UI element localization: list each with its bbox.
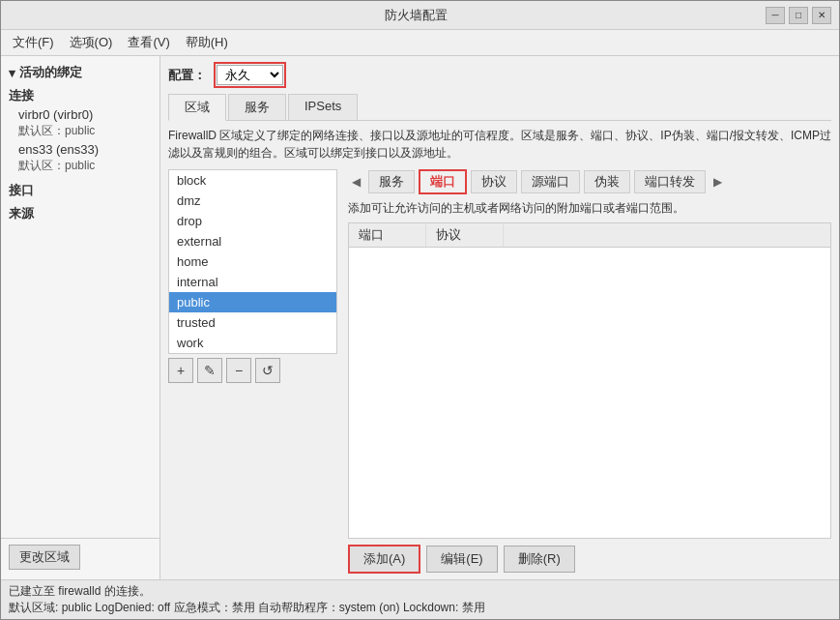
menubar: 文件(F) 选项(O) 查看(V) 帮助(H) xyxy=(1,30,839,56)
tabs: 区域 服务 IPSets xyxy=(168,94,831,121)
port-table-header: 端口 协议 xyxy=(349,223,830,248)
config-select-wrap: 运行时 永久 xyxy=(214,62,286,88)
menu-help[interactable]: 帮助(H) xyxy=(178,32,236,53)
main-content: ▾ 活动的绑定 连接 virbr0 (virbr0) 默认区：public en… xyxy=(1,56,839,579)
title-bar: 防火墙配置 ─ □ ✕ xyxy=(1,1,839,30)
zone-right: ◀ 服务 端口 协议 源端口 伪装 端口转发 ▶ 添加可让允许访问的主机或者网络… xyxy=(348,169,831,574)
config-select[interactable]: 运行时 永久 xyxy=(217,65,283,85)
status-bar: 已建立至 firewalld 的连接。 默认区域: public LogDeni… xyxy=(1,579,839,619)
tab-ipsets[interactable]: IPSets xyxy=(288,94,358,120)
zone-nav-tab-source-ports[interactable]: 源端口 xyxy=(521,170,580,193)
tab-zones[interactable]: 区域 xyxy=(168,94,226,121)
right-panel: 配置： 运行时 永久 区域 服务 IPSets FirewallD 区域定义了绑… xyxy=(160,56,839,579)
zone-item-block[interactable]: block xyxy=(169,170,336,191)
zone-nav-left-arrow[interactable]: ◀ xyxy=(348,173,364,191)
sidebar-group-interface: 接口 xyxy=(9,182,152,199)
zone-list-section: block dmz drop external home internal pu… xyxy=(168,169,340,574)
minus-icon: − xyxy=(235,363,243,378)
zone-nav-tab-ports[interactable]: 端口 xyxy=(419,169,467,194)
zone-nav-tab-port-forward[interactable]: 端口转发 xyxy=(634,170,706,193)
zone-edit-icon-button[interactable]: ✎ xyxy=(197,358,222,383)
sidebar: ▾ 活动的绑定 连接 virbr0 (virbr0) 默认区：public en… xyxy=(1,56,160,579)
port-description: 添加可让允许访问的主机或者网络访问的附加端口或者端口范围。 xyxy=(348,200,831,217)
main-window: 防火墙配置 ─ □ ✕ 文件(F) 选项(O) 查看(V) 帮助(H) ▾ 活动… xyxy=(0,0,840,620)
config-row: 配置： 运行时 永久 xyxy=(168,62,831,88)
plus-icon: + xyxy=(177,363,185,378)
zone-item-trusted[interactable]: trusted xyxy=(169,312,336,333)
sidebar-item-ens33[interactable]: ens33 (ens33) xyxy=(9,141,152,158)
zone-item-internal[interactable]: internal xyxy=(169,272,336,292)
zone-item-dmz[interactable]: dmz xyxy=(169,191,336,211)
change-zone-button[interactable]: 更改区域 xyxy=(9,545,80,570)
add-button[interactable]: 添加(A) xyxy=(348,545,420,574)
delete-button[interactable]: 删除(R) xyxy=(504,546,575,573)
action-bar: 添加(A) 编辑(E) 删除(R) xyxy=(348,545,831,574)
sidebar-item-virbr0[interactable]: virbr0 (virbr0) xyxy=(9,106,152,123)
zone-nav-tab-masquerade[interactable]: 伪装 xyxy=(584,170,630,193)
maximize-button[interactable]: □ xyxy=(789,7,808,24)
zone-nav-tab-protocols[interactable]: 协议 xyxy=(471,170,517,193)
zone-nav-tab-services[interactable]: 服务 xyxy=(368,170,415,193)
menu-options[interactable]: 选项(O) xyxy=(62,32,121,53)
chevron-down-icon: ▾ xyxy=(9,66,15,80)
menu-view[interactable]: 查看(V) xyxy=(120,32,177,53)
zone-list-actions: + ✎ − ↺ xyxy=(168,358,340,383)
sidebar-subitem-ens33-default: 默认区：public xyxy=(9,158,152,176)
close-button[interactable]: ✕ xyxy=(812,7,831,24)
sidebar-group-connections: 连接 xyxy=(9,87,152,104)
zone-item-home[interactable]: home xyxy=(169,251,336,272)
edit-icon: ✎ xyxy=(204,363,216,378)
tab-services[interactable]: 服务 xyxy=(228,94,286,120)
zone-nav: ◀ 服务 端口 协议 源端口 伪装 端口转发 ▶ xyxy=(348,169,831,194)
zone-list: block dmz drop external home internal pu… xyxy=(168,169,337,354)
zone-item-drop[interactable]: drop xyxy=(169,211,336,231)
sidebar-bottom: 更改区域 xyxy=(1,538,159,576)
window-controls: ─ □ ✕ xyxy=(766,7,831,24)
edit-button[interactable]: 编辑(E) xyxy=(426,546,497,573)
zone-description: FirewallD 区域定义了绑定的网络连接、接口以及源地址的可信程度。区域是服… xyxy=(168,127,831,162)
zone-remove-icon-button[interactable]: − xyxy=(226,358,251,383)
sidebar-group-source: 来源 xyxy=(9,205,152,222)
zone-item-public[interactable]: public xyxy=(169,292,336,312)
zone-refresh-icon-button[interactable]: ↺ xyxy=(255,358,280,383)
zone-item-work[interactable]: work xyxy=(169,333,336,353)
refresh-icon: ↺ xyxy=(262,363,274,378)
config-label: 配置： xyxy=(168,67,206,84)
zone-area: block dmz drop external home internal pu… xyxy=(168,169,831,574)
zone-add-icon-button[interactable]: + xyxy=(168,358,193,383)
protocol-col-header: 协议 xyxy=(426,223,504,247)
status-line2: 默认区域: public LogDenied: off 应急模式：禁用 自动帮助… xyxy=(9,600,831,616)
port-table-wrap: 端口 协议 xyxy=(348,222,831,539)
sidebar-toggle-bindings[interactable]: ▾ 活动的绑定 xyxy=(9,64,152,81)
zone-item-external[interactable]: external xyxy=(169,231,336,251)
zone-nav-right-arrow[interactable]: ▶ xyxy=(710,173,726,191)
window-title: 防火墙配置 xyxy=(67,7,766,24)
menu-file[interactable]: 文件(F) xyxy=(5,32,62,53)
sidebar-subitem-virbr0-default: 默认区：public xyxy=(9,123,152,141)
minimize-button[interactable]: ─ xyxy=(766,7,785,24)
port-content: 端口 协议 添加(A) 编辑(E) 删除(R) xyxy=(348,222,831,574)
port-col-header: 端口 xyxy=(349,223,426,247)
port-table-body xyxy=(349,248,830,538)
status-line1: 已建立至 firewalld 的连接。 xyxy=(9,583,831,600)
